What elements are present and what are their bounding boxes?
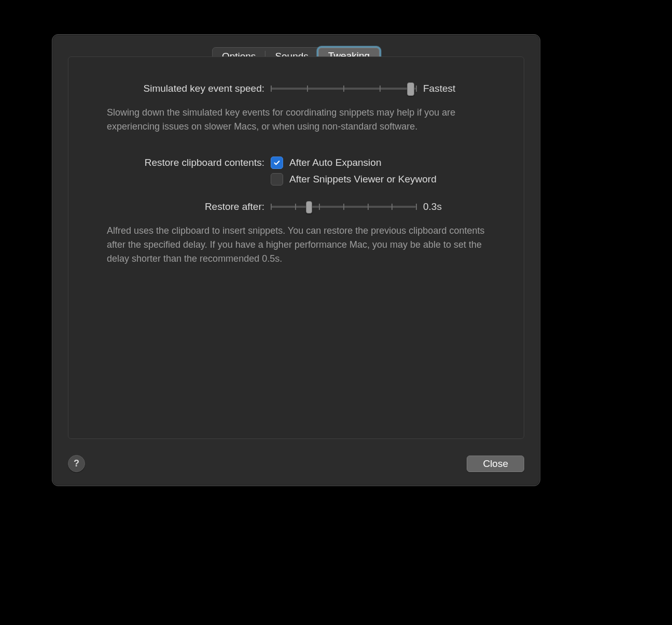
speed-slider[interactable] bbox=[271, 83, 416, 94]
checkbox-after-snippets-viewer[interactable] bbox=[271, 173, 283, 186]
slider-tick bbox=[343, 86, 344, 92]
slider-tick bbox=[295, 204, 296, 210]
restore-after-label: Restore after: bbox=[68, 201, 271, 212]
close-button[interactable]: Close bbox=[467, 456, 524, 472]
restore-after-slider[interactable] bbox=[271, 202, 416, 212]
restore-opt-viewer: After Snippets Viewer or Keyword bbox=[271, 173, 524, 186]
restore-row-1: Restore clipboard contents: After Auto E… bbox=[68, 157, 524, 169]
tweaking-panel: Simulated key event speed: Fastest Slowi… bbox=[68, 56, 524, 439]
restore-after-slider-thumb[interactable] bbox=[306, 201, 312, 214]
speed-label: Simulated key event speed: bbox=[68, 83, 271, 94]
speed-control: Fastest bbox=[271, 83, 524, 94]
restore-after-value: 0.3s bbox=[423, 201, 442, 212]
check-icon bbox=[273, 159, 281, 166]
slider-tick bbox=[307, 86, 308, 92]
speed-value-label: Fastest bbox=[423, 83, 455, 94]
restore-after-control: 0.3s bbox=[271, 201, 524, 212]
restore-label: Restore clipboard contents: bbox=[68, 157, 271, 168]
checkbox-label-viewer: After Snippets Viewer or Keyword bbox=[289, 174, 437, 185]
restore-opt-auto: After Auto Expansion bbox=[271, 157, 524, 169]
restore-help-text: Alfred uses the clipboard to insert snip… bbox=[107, 224, 498, 266]
slider-tick bbox=[271, 204, 272, 210]
slider-tick bbox=[416, 204, 417, 210]
footer: ? Close bbox=[68, 455, 524, 472]
help-icon: ? bbox=[74, 458, 79, 469]
slider-tick bbox=[391, 204, 393, 210]
help-button[interactable]: ? bbox=[68, 455, 85, 472]
speed-slider-thumb[interactable] bbox=[407, 82, 414, 96]
speed-row: Simulated key event speed: Fastest bbox=[68, 83, 524, 94]
slider-tick bbox=[368, 204, 369, 210]
speed-help-text: Slowing down the simulated key events fo… bbox=[107, 106, 498, 134]
slider-tick bbox=[271, 86, 272, 92]
checkbox-label-auto: After Auto Expansion bbox=[289, 157, 381, 168]
slider-tick bbox=[380, 86, 381, 92]
restore-row-2: After Snippets Viewer or Keyword bbox=[68, 173, 524, 186]
slider-tick bbox=[319, 204, 320, 210]
checkbox-after-auto-expansion[interactable] bbox=[271, 157, 283, 169]
restore-after-row: Restore after: 0.3s bbox=[68, 201, 524, 212]
slider-tick bbox=[343, 204, 344, 210]
preferences-window: Options Sounds Tweaking Simulated key ev… bbox=[52, 34, 540, 486]
slider-tick bbox=[416, 86, 417, 92]
